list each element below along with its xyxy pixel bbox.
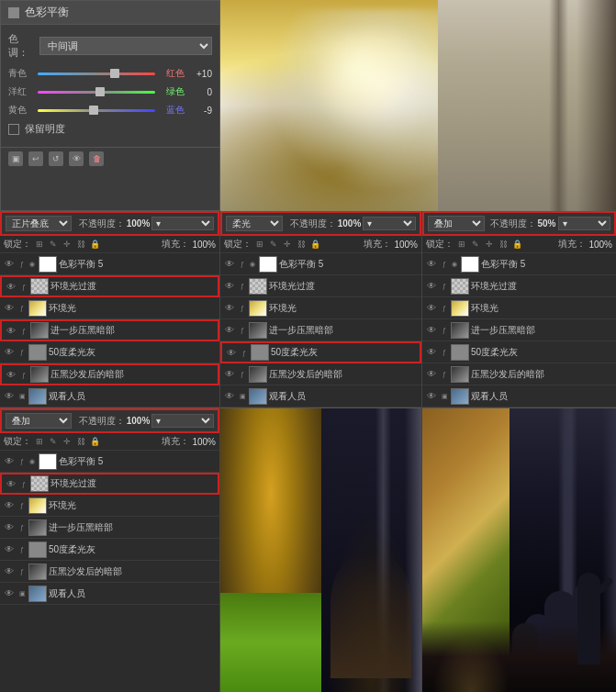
layer-item[interactable]: 👁 ƒ◉ 色彩平衡 5 [0, 253, 219, 275]
brush-icon[interactable]: ✎ [48, 239, 59, 250]
layer-item[interactable]: 👁 ƒ 环境光过渡 [220, 275, 421, 297]
lock-bar-mid: 锁定： ⊞ ✎ ✛ ⛓ 🔒 填充： 100% [220, 236, 421, 253]
eye-icon[interactable]: 👁 [5, 280, 17, 293]
layer-thumbnail [28, 497, 47, 514]
padlock-icon2[interactable]: 🔒 [89, 436, 100, 447]
preserve-checkbox[interactable] [8, 124, 19, 135]
layer-item[interactable]: 👁 ƒ 压黑沙发后的暗部 [220, 363, 421, 385]
layer-thumbnail [249, 322, 267, 339]
fill-label-lt: 填充： [162, 238, 189, 251]
eye-icon[interactable]: 👁 [3, 302, 16, 315]
layer-thumbnail [39, 453, 57, 470]
layer-name: 进一步压黑暗部 [50, 324, 215, 337]
eye-icon[interactable]: 👁 [3, 521, 16, 534]
lock-icon[interactable]: ⊞ [34, 239, 45, 250]
blend-mode-left-top[interactable]: 正片叠底 [6, 216, 72, 231]
layer-item[interactable]: 👁 ƒ 50度柔光灰 [220, 341, 421, 363]
layer-item[interactable]: 👁 ƒ 50度柔光灰 [0, 341, 219, 363]
layer-item[interactable]: 👁 ƒ 50度柔光灰 [0, 539, 219, 561]
layer-item[interactable]: 👁 ƒ 环境光 [0, 297, 219, 319]
layer-thumbnail [451, 366, 469, 383]
eye-icon[interactable]: 👁 [3, 346, 16, 359]
layer-name: 压黑沙发后的暗部 [471, 368, 613, 381]
layer-item[interactable]: 👁 ƒ 环境光 [0, 495, 219, 517]
opacity-select-lb[interactable]: ▾ [151, 414, 214, 428]
history-icon[interactable]: ↩ [28, 151, 43, 166]
layer-thumbnail [249, 388, 267, 405]
blend-bar-mid: 柔光 不透明度： 100% ▾ [220, 211, 421, 236]
tone-select[interactable]: 中间调 [39, 37, 212, 55]
layer-item[interactable]: 👁 ƒ 压黑沙发后的暗部 [0, 363, 219, 385]
layer-name: 压黑沙发后的暗部 [50, 368, 215, 381]
eye-icon[interactable]: 👁 [3, 543, 16, 556]
padlock-icon[interactable]: 🔒 [89, 239, 100, 250]
visibility-icon[interactable]: 👁 [69, 151, 84, 166]
layer-name: 环境光 [49, 302, 217, 315]
mg-slider[interactable] [38, 85, 155, 98]
layer-item[interactable]: 👁 ƒ 进一步压黑暗部 [0, 517, 219, 539]
layer-item[interactable]: 👁 ƒ 压黑沙发后的暗部 [0, 561, 219, 583]
layer-item[interactable]: 👁 ƒ◉ 色彩平衡 5 [0, 451, 219, 473]
fx-icon: ƒ [17, 260, 27, 269]
chain-icon2[interactable]: ⛓ [75, 436, 86, 447]
layer-item[interactable]: 👁 ƒ◉ 色彩平衡 5 [422, 253, 616, 275]
layer-name: 色彩平衡 5 [279, 258, 419, 271]
blend-mode-lb[interactable]: 叠加 [6, 413, 72, 429]
fx-icon: ƒ [17, 348, 27, 357]
opacity-select-right[interactable]: ▾ [558, 217, 611, 230]
blue-label: 蓝色 [159, 104, 185, 117]
layer-item[interactable]: 👁 ƒ◉ 色彩平衡 5 [220, 253, 421, 275]
layer-item[interactable]: 👁 ƒ 进一步压黑暗部 [0, 319, 219, 341]
yw-slider[interactable] [38, 104, 155, 117]
move-icon[interactable]: ✛ [62, 436, 73, 447]
blend-mode-right[interactable]: 叠加 [428, 216, 485, 231]
reset-icon[interactable]: ↺ [49, 151, 63, 166]
layer-thumbnail [30, 366, 49, 383]
blend-mode-mid[interactable]: 柔光 [226, 216, 283, 231]
chain-icon[interactable]: ⛓ [75, 239, 86, 250]
eye-icon[interactable]: 👁 [3, 390, 16, 403]
layer-item[interactable]: 👁 ƒ 压黑沙发后的暗部 [422, 363, 616, 385]
cyan-red-slider[interactable] [38, 67, 155, 80]
layer-item[interactable]: 👁 ƒ 环境光 [422, 297, 616, 319]
layer-item[interactable]: 👁 ƒ 环境光过渡 [0, 275, 219, 297]
eye-icon[interactable]: 👁 [5, 368, 17, 381]
brush-icon[interactable]: ✎ [48, 436, 59, 447]
layer-item[interactable]: 👁 ƒ 环境光过渡 [422, 275, 616, 297]
opacity-select-mid[interactable]: ▾ [363, 217, 416, 230]
layer-item[interactable]: 👁 ƒ 进一步压黑暗部 [422, 319, 616, 341]
fx-icon: ƒ [17, 304, 27, 313]
layer-thumbnail [451, 278, 469, 295]
lock-icon[interactable]: ⊞ [34, 436, 45, 447]
eye-icon[interactable]: 👁 [3, 565, 16, 578]
layer-name: 压黑沙发后的暗部 [269, 368, 419, 381]
layer-item[interactable]: 👁 ▣ 观看人员 [220, 385, 421, 407]
eye-icon[interactable]: 👁 [5, 477, 17, 490]
eye-icon[interactable]: 👁 [5, 324, 17, 337]
eye-icon[interactable]: 👁 [3, 587, 16, 600]
layer-thumbnail [30, 322, 49, 339]
layer-thumbnail [30, 278, 49, 295]
layer-item[interactable]: 👁 ▣ 观看人员 [0, 583, 219, 605]
lock-bar-lb: 锁定： ⊞ ✎ ✛ ⛓ 🔒 填充： 100% [0, 433, 219, 451]
layer-item[interactable]: 👁 ƒ 进一步压黑暗部 [220, 319, 421, 341]
layer-item[interactable]: 👁 ƒ 50度柔光灰 [422, 341, 616, 363]
opacity-value-lt: 100% [127, 218, 151, 229]
delete-icon[interactable]: 🗑 [89, 151, 104, 166]
opacity-select-lt[interactable]: ▾ [151, 217, 214, 230]
eye-icon[interactable]: 👁 [3, 499, 16, 512]
layer-name: 50度柔光灰 [49, 543, 217, 556]
fill-label-lb: 填充： [162, 435, 189, 448]
layer-item[interactable]: 👁 ▣ 观看人员 [0, 385, 219, 407]
fill-value-lt: 100% [192, 240, 216, 250]
eye-icon[interactable]: 👁 [3, 455, 16, 468]
layer-item[interactable]: 👁 ▣ 观看人员 [422, 385, 616, 407]
layer-icon[interactable]: ▣ [8, 151, 23, 166]
opacity-label-lt: 不透明度： [79, 218, 125, 230]
layer-item[interactable]: 👁 ƒ 环境光 [220, 297, 421, 319]
yw-value: -9 [188, 106, 212, 116]
layer-item[interactable]: 👁 ƒ 环境光过渡 [0, 473, 219, 495]
layer-thumbnail [451, 388, 469, 405]
eye-icon[interactable]: 👁 [3, 258, 16, 271]
move-icon[interactable]: ✛ [62, 239, 73, 250]
